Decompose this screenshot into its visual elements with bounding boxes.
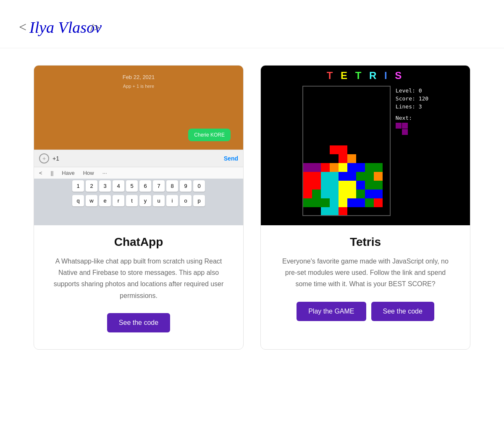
tetris-letter-e: E [341,70,350,81]
svg-rect-24 [330,181,339,190]
svg-rect-18 [356,172,365,181]
tetris-play-button[interactable]: Play the GAME [297,302,366,321]
svg-rect-31 [312,190,321,198]
svg-rect-13 [312,172,321,181]
key-4: 4 [113,180,124,192]
suggestion-have: Have [62,170,74,176]
tetris-next-label: Next: [396,115,428,121]
svg-text:/>: /> [90,21,100,34]
svg-rect-45 [356,198,365,207]
tetris-code-button[interactable]: See the code [371,302,434,321]
chat-input-text: +1 [52,155,220,162]
tetris-game-area: T E T R I S [261,66,470,225]
svg-rect-37 [365,190,374,198]
svg-rect-26 [347,181,356,190]
svg-rect-11 [374,163,383,172]
key-8: 8 [166,180,178,192]
svg-rect-44 [347,198,356,207]
chat-add-icon: + [39,153,49,163]
tetris-letter-t1: T [327,70,336,81]
svg-rect-48 [321,207,330,216]
chat-input-bar: + +1 Send [34,150,243,167]
key-3: 3 [99,180,111,192]
svg-rect-15 [330,172,339,181]
svg-rect-33 [330,190,339,198]
tetris-buttons: Play the GAME See the code [297,302,434,321]
svg-rect-47 [374,198,383,207]
key-u: u [153,195,165,206]
svg-rect-40 [312,198,321,207]
tetris-game-main: Level: 0 Score: 120 Lines: 3 Next: [302,86,428,216]
svg-rect-4 [312,163,321,172]
key-6: 6 [139,180,151,192]
svg-rect-9 [356,163,365,172]
chat-bubble: Cherie KORE [188,129,231,141]
svg-rect-34 [339,190,347,198]
key-w: w [86,195,97,206]
tetris-description: Everyone's favorite game made with JavaS… [261,256,470,290]
key-p: p [193,195,205,206]
chatapp-screenshot: Feb 22, 2021 App + 1 is here Cherie KORE… [34,66,243,225]
svg-rect-12 [303,172,312,181]
svg-rect-52 [339,145,347,154]
key-1: 1 [72,180,84,192]
site-header: < Ilya Vlasov /> [0,0,504,48]
key-0: 0 [193,180,205,192]
svg-rect-21 [303,181,312,190]
projects-section: Feb 22, 2021 App + 1 is here Cherie KORE… [0,48,504,366]
tetris-letter-s: S [395,70,404,81]
suggestion-pause: || [51,170,54,176]
svg-rect-28 [365,181,374,190]
svg-rect-3 [303,163,312,172]
svg-rect-49 [330,207,339,216]
key-o: o [180,195,192,206]
key-t: t [126,195,138,206]
svg-rect-51 [330,145,339,154]
svg-rect-54 [347,154,356,163]
tetris-next-piece [396,123,428,135]
svg-rect-22 [312,181,321,190]
tetris-info-panel: Level: 0 Score: 120 Lines: 3 Next: [396,86,428,135]
logo: < Ilya Vlasov /> [17,8,109,38]
keyboard-row-qwerty: q w e r t y u i o p [34,193,243,208]
svg-rect-36 [356,190,365,198]
svg-rect-25 [339,181,347,190]
svg-rect-23 [321,181,330,190]
svg-rect-42 [330,198,339,207]
svg-rect-7 [339,163,347,172]
key-i: i [166,195,178,206]
chatapp-title: ChatApp [114,235,163,249]
svg-rect-20 [374,172,383,181]
svg-rect-19 [365,172,374,181]
key-e: e [99,195,111,206]
svg-rect-10 [365,163,374,172]
svg-rect-17 [347,172,356,181]
chat-date: Feb 22, 2021 [123,74,155,80]
suggestion-more: ··· [102,170,107,176]
svg-rect-27 [356,181,365,190]
svg-rect-32 [321,190,330,198]
tetris-lines: Lines: 3 [396,103,428,110]
svg-rect-46 [365,198,374,207]
svg-rect-35 [347,190,356,198]
chatapp-buttons: See the code [107,313,170,332]
tetris-level: Level: 0 [396,87,428,94]
tetris-letter-t2: T [355,70,364,81]
svg-rect-50 [339,207,347,216]
svg-rect-8 [347,163,356,172]
key-7: 7 [153,180,165,192]
svg-rect-53 [339,154,347,163]
svg-rect-16 [339,172,347,181]
svg-rect-5 [321,163,330,172]
key-9: 9 [180,180,192,192]
suggestion-how: How [83,170,94,176]
chat-notification: App + 1 is here [123,84,154,89]
svg-text:<: < [19,19,26,34]
key-5: 5 [126,180,138,192]
chatapp-code-button[interactable]: See the code [107,313,170,332]
chat-header-area: Feb 22, 2021 App + 1 is here Cherie KORE [34,66,243,150]
chat-send-btn: Send [224,155,238,162]
tetris-title: Tetris [350,235,381,249]
svg-rect-29 [374,181,383,190]
tetris-title-row: T E T R I S [327,70,404,82]
